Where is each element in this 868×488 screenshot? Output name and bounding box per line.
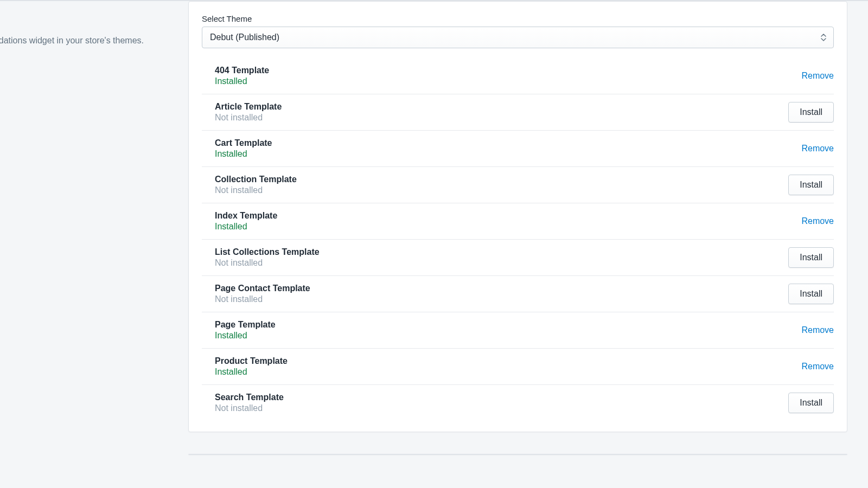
theme-select-value: Debut (Published)	[210, 33, 279, 42]
install-button[interactable]: Install	[788, 247, 834, 268]
template-status: Not installed	[215, 403, 284, 413]
template-status: Not installed	[215, 185, 297, 195]
template-name: Collection Template	[215, 175, 297, 184]
template-status: Installed	[215, 76, 269, 86]
template-info: Page Contact TemplateNot installed	[215, 284, 310, 304]
install-button[interactable]: Install	[788, 102, 834, 123]
template-row: Collection TemplateNot installedInstall	[202, 167, 834, 203]
template-name: Cart Template	[215, 138, 272, 148]
remove-button[interactable]: Remove	[801, 67, 834, 85]
theme-select[interactable]: Debut (Published)	[202, 27, 834, 48]
template-row: Product TemplateInstalledRemove	[202, 349, 834, 385]
template-info: List Collections TemplateNot installed	[215, 247, 320, 268]
template-row: Search TemplateNot installedInstall	[202, 385, 834, 421]
remove-button[interactable]: Remove	[801, 321, 834, 339]
template-name: Search Template	[215, 393, 284, 402]
template-row: Page TemplateInstalledRemove	[202, 312, 834, 349]
template-list: 404 TemplateInstalledRemoveArticle Templ…	[202, 58, 834, 421]
sidebar-description: he recommendations widget in your store'…	[0, 34, 171, 47]
template-status: Installed	[215, 367, 288, 377]
template-row: Index TemplateInstalledRemove	[202, 203, 834, 240]
sidebar: get he recommendations widget in your st…	[0, 1, 188, 455]
template-info: Search TemplateNot installed	[215, 393, 284, 413]
install-button[interactable]: Install	[788, 175, 834, 195]
template-status: Installed	[215, 222, 277, 232]
sidebar-title: get	[0, 15, 171, 27]
template-row: Cart TemplateInstalledRemove	[202, 131, 834, 167]
page-container: get he recommendations widget in your st…	[0, 0, 868, 455]
template-name: Index Template	[215, 211, 277, 221]
remove-button[interactable]: Remove	[801, 212, 834, 230]
install-button[interactable]: Install	[788, 284, 834, 304]
theme-select-label: Select Theme	[202, 14, 834, 23]
top-border	[0, 0, 868, 1]
template-row: Page Contact TemplateNot installedInstal…	[202, 276, 834, 312]
remove-button[interactable]: Remove	[801, 139, 834, 158]
template-info: Cart TemplateInstalled	[215, 138, 272, 159]
install-button[interactable]: Install	[788, 393, 834, 413]
template-status: Not installed	[215, 258, 320, 268]
remove-button[interactable]: Remove	[801, 357, 834, 376]
template-name: List Collections Template	[215, 247, 320, 257]
template-name: Page Template	[215, 320, 276, 330]
template-name: Article Template	[215, 102, 282, 112]
theme-select-wrap: Debut (Published)	[202, 27, 834, 48]
template-status: Not installed	[215, 294, 310, 304]
template-status: Not installed	[215, 113, 282, 123]
template-name: Product Template	[215, 356, 288, 366]
template-info: 404 TemplateInstalled	[215, 66, 269, 86]
main-panel: Select Theme Debut (Published) 404 Templ…	[188, 1, 847, 432]
template-row: Article TemplateNot installedInstall	[202, 94, 834, 131]
template-row: List Collections TemplateNot installedIn…	[202, 240, 834, 276]
template-status: Installed	[215, 149, 272, 159]
template-info: Collection TemplateNot installed	[215, 175, 297, 195]
secondary-panel	[188, 454, 847, 455]
template-name: 404 Template	[215, 66, 269, 75]
template-info: Index TemplateInstalled	[215, 211, 277, 232]
template-name: Page Contact Template	[215, 284, 310, 293]
template-row: 404 TemplateInstalledRemove	[202, 58, 834, 94]
template-info: Product TemplateInstalled	[215, 356, 288, 377]
template-status: Installed	[215, 331, 276, 341]
template-info: Page TemplateInstalled	[215, 320, 276, 341]
template-info: Article TemplateNot installed	[215, 102, 282, 123]
